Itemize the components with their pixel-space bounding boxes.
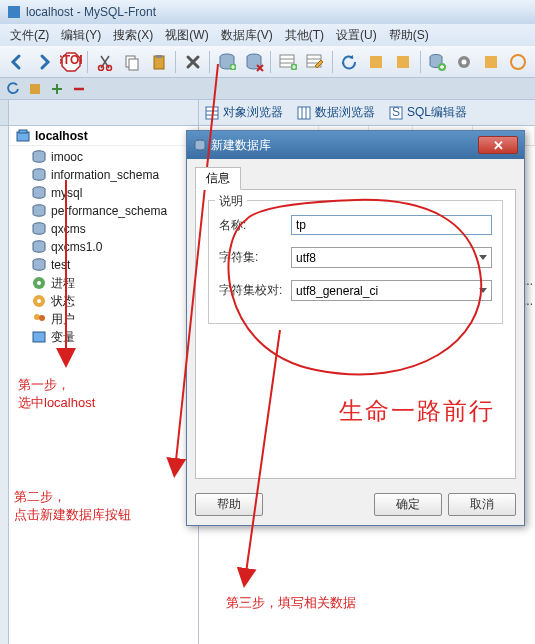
collation-combo[interactable]: utf8_general_ci <box>291 280 492 301</box>
annotation-step3: 第三步，填写相关数据 <box>226 594 356 612</box>
tool-orange1[interactable] <box>364 49 389 75</box>
tree-item[interactable]: qxcms1.0 <box>9 238 198 256</box>
delete-button[interactable] <box>180 49 205 75</box>
tab-label: 数据浏览器 <box>315 104 375 121</box>
charset-value: utf8 <box>296 251 316 265</box>
svg-rect-0 <box>8 6 20 18</box>
menu-view[interactable]: 视图(W) <box>161 26 212 45</box>
sql-icon: S <box>389 106 403 120</box>
menu-search[interactable]: 搜索(X) <box>109 26 157 45</box>
menu-file[interactable]: 文件(Z) <box>6 26 53 45</box>
tool-orange2[interactable] <box>391 49 416 75</box>
name-input[interactable] <box>291 215 492 235</box>
cancel-button[interactable]: 取消 <box>448 493 516 516</box>
host-icon <box>15 128 31 144</box>
tree-item[interactable]: 变量 <box>9 328 198 346</box>
new-database-dialog: 新建数据库 ✕ 信息 说明 名称: 字符集: utf8 字符集校对: utf8_… <box>186 130 525 526</box>
tree-item[interactable]: imooc <box>9 148 198 166</box>
charset-label: 字符集: <box>219 249 291 266</box>
forward-button[interactable] <box>31 49 56 75</box>
tree-item-label: 进程 <box>51 275 75 292</box>
tool-orange3[interactable] <box>479 49 504 75</box>
svg-rect-37 <box>19 130 27 133</box>
collation-value: utf8_general_ci <box>296 284 378 298</box>
sub-minus-icon[interactable] <box>70 80 88 98</box>
db-icon <box>193 138 207 152</box>
sub-plus-icon[interactable] <box>48 80 66 98</box>
svg-point-26 <box>511 55 525 69</box>
help-button[interactable]: 帮助 <box>195 493 263 516</box>
svg-rect-8 <box>156 55 162 58</box>
dialog-titlebar[interactable]: 新建数据库 ✕ <box>187 131 524 159</box>
tree-item-label: mysql <box>51 186 82 200</box>
cut-button[interactable] <box>92 49 117 75</box>
svg-point-46 <box>37 281 41 285</box>
tab-bar-row: 对象浏览器 数据浏览器 SSQL编辑器 <box>0 100 535 126</box>
tree-item-label: 用户 <box>51 311 75 328</box>
svg-point-50 <box>39 315 45 321</box>
svg-rect-28 <box>206 107 218 119</box>
svg-point-49 <box>34 314 40 320</box>
tab-label: 对象浏览器 <box>223 104 283 121</box>
tree-item[interactable]: 用户 <box>9 310 198 328</box>
menu-edit[interactable]: 编辑(Y) <box>57 26 105 45</box>
tree-item[interactable]: performance_schema <box>9 202 198 220</box>
close-button[interactable]: ✕ <box>478 136 518 154</box>
tree-item[interactable]: qxcms <box>9 220 198 238</box>
menubar: 文件(Z) 编辑(Y) 搜索(X) 视图(W) 数据库(V) 其他(T) 设置(… <box>0 24 535 46</box>
paste-button[interactable] <box>146 49 171 75</box>
app-icon <box>6 4 22 20</box>
copy-button[interactable] <box>119 49 144 75</box>
tree-item[interactable]: mysql <box>9 184 198 202</box>
tree-item-label: qxcms1.0 <box>51 240 102 254</box>
tree-item-label: 状态 <box>51 293 75 310</box>
back-button[interactable] <box>4 49 29 75</box>
tab-object-browser[interactable]: 对象浏览器 <box>205 104 283 121</box>
chevron-down-icon <box>479 255 487 260</box>
svg-rect-25 <box>485 56 497 68</box>
svg-rect-31 <box>298 107 310 119</box>
dialog-title: 新建数据库 <box>211 137 271 154</box>
tree-item-label: performance_schema <box>51 204 167 218</box>
charset-combo[interactable]: utf8 <box>291 247 492 268</box>
grid-icon <box>297 106 311 120</box>
settings-button[interactable] <box>452 49 477 75</box>
tab-data-browser[interactable]: 数据浏览器 <box>297 104 375 121</box>
tree-item[interactable]: 状态 <box>9 292 198 310</box>
sub-misc-icon[interactable] <box>26 80 44 98</box>
tree-item-label: imooc <box>51 150 83 164</box>
refresh-button[interactable] <box>337 49 362 75</box>
tree-root[interactable]: localhost <box>9 126 198 146</box>
grid-icon <box>205 106 219 120</box>
new-database-button[interactable] <box>214 49 239 75</box>
drop-database-button[interactable] <box>241 49 266 75</box>
tree-item[interactable]: test <box>9 256 198 274</box>
menu-other[interactable]: 其他(T) <box>281 26 328 45</box>
menu-help[interactable]: 帮助(S) <box>385 26 433 45</box>
sub-toolbar <box>0 78 535 100</box>
window-title: localhost - MySQL-Front <box>26 5 156 19</box>
dialog-tab-info[interactable]: 信息 <box>195 167 241 190</box>
tab-sql-editor[interactable]: SSQL编辑器 <box>389 104 467 121</box>
stop-button[interactable]: STOP <box>58 49 83 75</box>
svg-rect-19 <box>370 56 382 68</box>
ok-button[interactable]: 确定 <box>374 493 442 516</box>
tool-orange4[interactable] <box>506 49 531 75</box>
watermark-text: 生命一路前行 <box>339 395 495 427</box>
new-table-button[interactable] <box>275 49 300 75</box>
edit-table-button[interactable] <box>303 49 328 75</box>
tree-root-label: localhost <box>35 129 88 143</box>
fieldset-legend: 说明 <box>215 193 247 210</box>
svg-rect-20 <box>397 56 409 68</box>
sub-refresh-icon[interactable] <box>4 80 22 98</box>
svg-rect-6 <box>129 59 138 70</box>
db-add-button[interactable] <box>425 49 450 75</box>
menu-database[interactable]: 数据库(V) <box>217 26 277 45</box>
main-toolbar: STOP <box>0 46 535 78</box>
svg-point-48 <box>37 299 41 303</box>
menu-settings[interactable]: 设置(U) <box>332 26 381 45</box>
tree-item[interactable]: 进程 <box>9 274 198 292</box>
annotation-step1: 第一步， 选中localhost <box>18 376 95 412</box>
tree-item[interactable]: information_schema <box>9 166 198 184</box>
window-titlebar: localhost - MySQL-Front <box>0 0 535 24</box>
